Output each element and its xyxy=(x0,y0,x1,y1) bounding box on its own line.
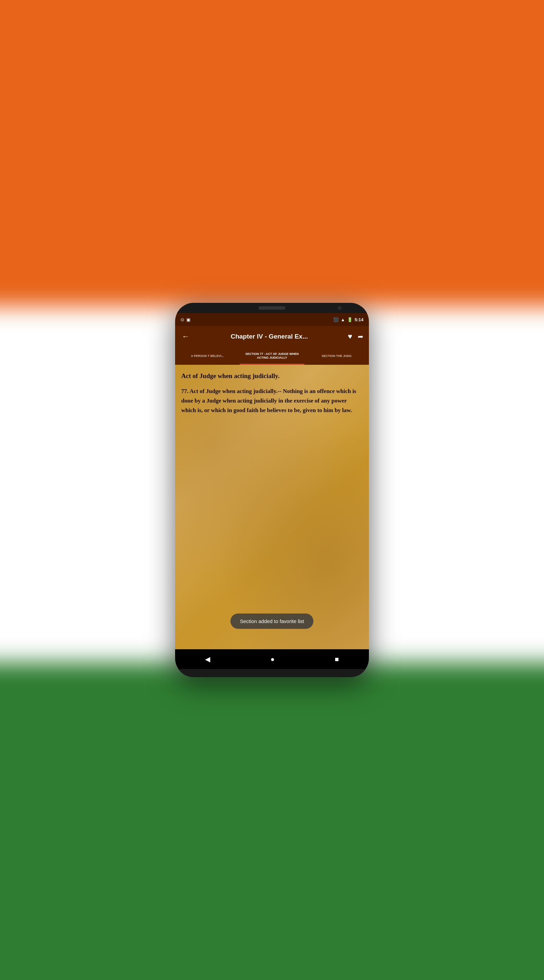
tab-prev-label: A PERSON T BELEVI... xyxy=(191,354,224,358)
tab-bar: A PERSON T BELEVI... SECTION 77 - ACT OF… xyxy=(175,347,369,365)
nav-home-button[interactable]: ● xyxy=(263,653,281,666)
status-right-area: ⬛ ▲ 🔋 5:14 xyxy=(333,317,363,322)
status-time: 5:14 xyxy=(355,317,363,322)
status-left-icons: ⊙ ▣ xyxy=(181,317,190,322)
tab-prev-section[interactable]: A PERSON T BELEVI... xyxy=(175,347,240,365)
phone-speaker xyxy=(259,306,285,310)
nav-back-button[interactable]: ◀ xyxy=(198,652,217,666)
bottom-nav: ◀ ● ■ xyxy=(175,649,369,669)
toast-message: Section added to favorite list xyxy=(230,614,314,629)
section-heading: Act of Judge when acting judicially. xyxy=(181,372,363,380)
content-area: Act of Judge when acting judicially. 77.… xyxy=(175,365,369,649)
favorite-button[interactable] xyxy=(348,332,352,341)
phone-top-bar xyxy=(175,303,369,313)
status-bar: ⊙ ▣ ⬛ ▲ 🔋 5:14 xyxy=(175,313,369,326)
tab-next-section[interactable]: SECTION THE JUDG xyxy=(304,347,369,365)
sim-status-icon: ▣ xyxy=(186,317,190,322)
phone-screen: ⊙ ▣ ⬛ ▲ 🔋 5:14 ← Chapter IV - General Ex… xyxy=(175,313,369,669)
share-button[interactable]: ➦ xyxy=(358,332,363,340)
toolbar-actions: ➦ xyxy=(348,332,363,341)
back-button[interactable]: ← xyxy=(181,331,191,342)
phone-bottom xyxy=(175,669,369,677)
tab-current-label: SECTION 77 - ACT OF JUDGE WHEN ACTING JU… xyxy=(242,352,302,360)
battery-icon: 🔋 xyxy=(347,317,352,322)
signal-icon: ▲ xyxy=(341,317,345,322)
section-body: 77. Act of Judge when acting judicially.… xyxy=(181,387,363,415)
cast-icon: ⬛ xyxy=(333,317,339,322)
tab-next-label: SECTION THE JUDG xyxy=(322,354,352,358)
tab-current-section[interactable]: SECTION 77 - ACT OF JUDGE WHEN ACTING JU… xyxy=(240,347,304,365)
camera-status-icon: ⊙ xyxy=(181,317,184,322)
nav-recents-button[interactable]: ■ xyxy=(328,653,346,666)
toolbar-title: Chapter IV - General Ex... xyxy=(195,333,344,340)
section-content: Act of Judge when acting judicially. 77.… xyxy=(175,365,369,423)
phone-camera xyxy=(338,306,342,310)
phone-frame: ⊙ ▣ ⬛ ▲ 🔋 5:14 ← Chapter IV - General Ex… xyxy=(175,303,369,677)
app-toolbar: ← Chapter IV - General Ex... ➦ xyxy=(175,326,369,347)
